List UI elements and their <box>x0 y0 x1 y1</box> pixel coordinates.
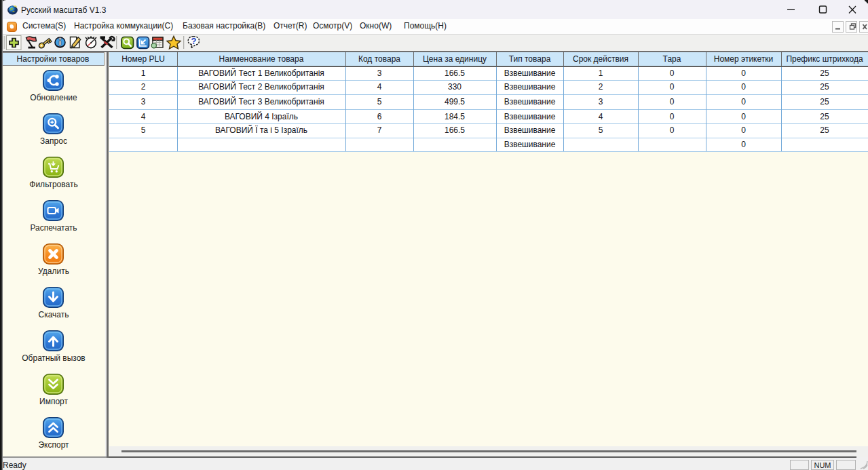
svg-text:?: ? <box>191 36 197 46</box>
